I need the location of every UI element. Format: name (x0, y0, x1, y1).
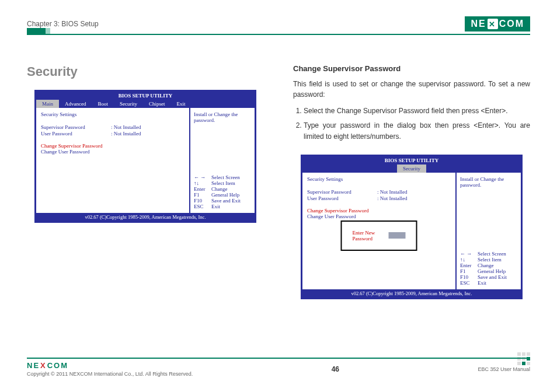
logo-x-icon: ✕ (488, 19, 498, 29)
user-password-value: : Not Installed (377, 195, 408, 201)
help-select-screen: Select Screen (478, 251, 506, 257)
left-column: Security BIOS SETUP UTILITY Main Advance… (27, 64, 264, 307)
help-select-item: Select Item (211, 180, 235, 186)
help-exit: Exit (478, 280, 486, 286)
side-hint: Install or Change the password. (460, 176, 517, 188)
key-arrows-lr: ← → (194, 174, 211, 180)
footer-logo-x: X (40, 361, 47, 370)
help-change: Change (211, 186, 228, 192)
footer-logo-left: NE (27, 361, 40, 370)
footer-logo-right: COM (47, 361, 68, 370)
page-header: Chapter 3: BIOS Setup NE ✕ COM (27, 16, 530, 35)
manual-name: EBC 352 User Manual (478, 366, 530, 372)
green-tab-indicator (27, 28, 50, 34)
tab-chipset[interactable]: Chipset (143, 100, 171, 108)
bios-main-panel: Security Settings Supervisor Password : … (36, 108, 190, 213)
bios-screenshot-1: BIOS SETUP UTILITY Main Advanced Boot Se… (34, 90, 256, 223)
bios-title: BIOS SETUP UTILITY (302, 156, 521, 164)
tab-security[interactable]: Security (397, 164, 426, 173)
user-password-row: User Password : Not Installed (41, 131, 184, 136)
security-settings-heading: Security Settings (41, 111, 184, 117)
key-f10: F10 (460, 274, 478, 280)
password-dialog: Enter New Password (341, 220, 417, 251)
dialog-label: Enter New Password (353, 230, 385, 242)
supervisor-password-row: Supervisor Password : Not Installed (41, 124, 184, 130)
supervisor-password-label: Supervisor Password (41, 124, 111, 130)
key-arrows-lr: ← → (460, 251, 478, 257)
help-exit: Exit (211, 204, 220, 209)
help-save-exit: Save and Exit (211, 198, 241, 204)
bios-tabs: Main Advanced Boot Security Chipset Exit (36, 100, 255, 108)
user-password-value: : Not Installed (111, 131, 141, 136)
tab-main[interactable]: Main (36, 100, 59, 108)
key-f1: F1 (194, 192, 211, 198)
change-user-password[interactable]: Change User Password (307, 214, 451, 219)
copyright-text: Copyright © 2011 NEXCOM International Co… (27, 371, 193, 377)
nexcom-logo: NE ✕ COM (465, 16, 530, 32)
tab-boot[interactable]: Boot (92, 100, 114, 108)
tab-security[interactable]: Security (114, 100, 143, 108)
help-general: General Help (211, 192, 239, 198)
supervisor-password-value: : Not Installed (111, 124, 141, 130)
user-password-row: User Password : Not Installed (307, 195, 451, 201)
step-1: Select the Change Supervisor Password fi… (304, 106, 530, 117)
key-enter: Enter (194, 186, 211, 192)
bios-tabs: Security (302, 164, 521, 173)
logo-text-right: COM (499, 19, 524, 29)
key-arrows-ud: ↑↓ (460, 257, 478, 262)
page-footer: NE X COM Copyright © 2011 NEXCOM Interna… (27, 358, 530, 377)
help-change: Change (478, 262, 494, 268)
help-block: ← →Select Screen ↑↓Select Item EnterChan… (194, 174, 251, 209)
tab-advanced[interactable]: Advanced (59, 100, 92, 108)
intro-paragraph: This field is used to set or change the … (293, 79, 530, 100)
bios-side-panel: Install or Change the password. ← →Selec… (190, 108, 255, 213)
steps-list: Select the Change Supervisor Password fi… (293, 106, 530, 143)
tab-exit[interactable]: Exit (171, 100, 192, 108)
bios-title: BIOS SETUP UTILITY (36, 92, 255, 100)
bios-footer: v02.67 (C)Copyright 1985-2009, American … (36, 213, 255, 221)
bios-footer: v02.67 (C)Copyright 1985-2009, American … (302, 289, 521, 298)
right-column: Change Supervisor Password This field is… (293, 64, 530, 307)
supervisor-password-label: Supervisor Password (307, 189, 377, 195)
step-2: Type your password in the dialog box the… (304, 120, 530, 142)
page-number: 46 (332, 365, 339, 373)
side-hint: Install or Change the password. (194, 111, 251, 123)
help-general: General Help (478, 268, 506, 274)
key-f10: F10 (194, 198, 211, 204)
help-select-screen: Select Screen (211, 174, 240, 180)
bios-screenshot-2: BIOS SETUP UTILITY Security Security Set… (301, 155, 523, 299)
bios-main-panel: Security Settings Supervisor Password : … (302, 173, 457, 289)
password-input[interactable] (388, 232, 405, 239)
section-title: Security (27, 64, 264, 79)
user-password-label: User Password (307, 195, 377, 201)
key-esc: ESC (460, 280, 478, 286)
help-select-item: Select Item (478, 257, 502, 262)
help-block: ← →Select Screen ↑↓Select Item EnterChan… (460, 251, 517, 286)
key-enter: Enter (460, 262, 478, 268)
help-save-exit: Save and Exit (478, 274, 507, 280)
change-user-password[interactable]: Change User Password (41, 149, 184, 155)
key-f1: F1 (460, 268, 478, 274)
user-password-label: User Password (41, 131, 111, 136)
logo-text-left: NE (471, 19, 486, 29)
bios-side-panel: Install or Change the password. ← →Selec… (457, 173, 521, 289)
chapter-title: Chapter 3: BIOS Setup (27, 20, 99, 28)
change-supervisor-password[interactable]: Change Supervisor Password (41, 143, 184, 149)
supervisor-password-row: Supervisor Password : Not Installed (307, 189, 451, 195)
change-supervisor-password[interactable]: Change Supervisor Password (307, 208, 451, 214)
security-settings-heading: Security Settings (307, 176, 451, 182)
footer-left: NE X COM Copyright © 2011 NEXCOM Interna… (27, 361, 193, 377)
footer-logo: NE X COM (27, 361, 193, 370)
supervisor-password-value: : Not Installed (377, 189, 408, 195)
key-arrows-ud: ↑↓ (194, 180, 211, 186)
key-esc: ESC (194, 204, 211, 209)
subsection-heading: Change Supervisor Password (293, 64, 530, 73)
